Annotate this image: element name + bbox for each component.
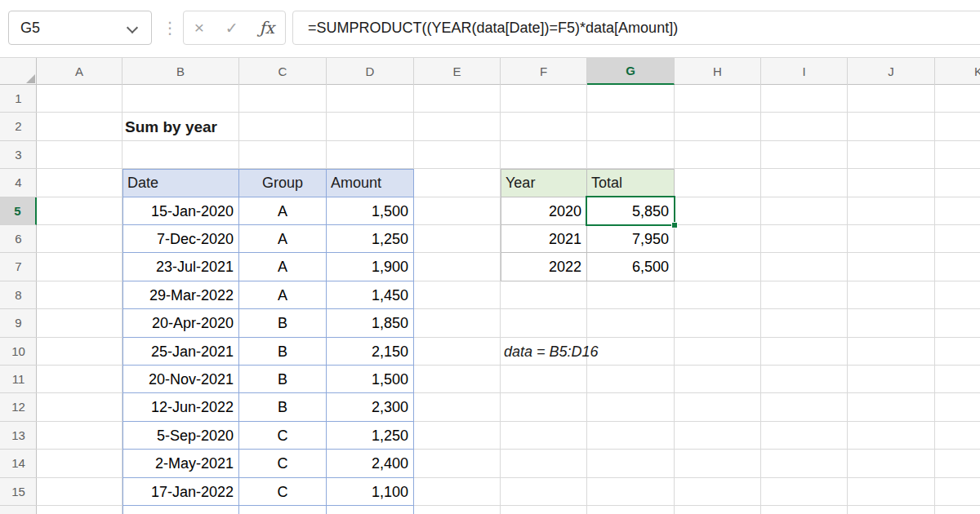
excel-window: G5 ⋮ × ✓ ƒx =SUMPRODUCT((YEAR(data[Date]… [0, 0, 980, 514]
data-cell[interactable]: 2-May-2021 [122, 450, 239, 477]
summary-cell[interactable]: 2022 [501, 253, 587, 281]
column-header-A[interactable]: A [37, 58, 122, 85]
summary-cell[interactable]: 2020 [501, 197, 587, 225]
data-cell[interactable]: 1,100 [327, 478, 414, 506]
row-header-10[interactable]: 10 [0, 338, 37, 366]
formula-text: =SUMPRODUCT((YEAR(data[Date])=F5)*data[A… [308, 20, 678, 37]
summary-cell[interactable]: 7,950 [587, 225, 675, 253]
data-cell[interactable]: A [239, 253, 327, 281]
data-cell[interactable]: B [239, 338, 327, 366]
formula-input[interactable]: =SUMPRODUCT((YEAR(data[Date])=F5)*data[A… [292, 11, 980, 45]
data-cell[interactable]: 1,450 [327, 281, 414, 309]
data-cell[interactable]: 1,250 [327, 225, 414, 253]
column-header-E[interactable]: E [414, 58, 501, 85]
data-cell[interactable]: 2,150 [327, 338, 414, 366]
summary-cell[interactable]: 6,500 [587, 253, 675, 281]
chevron-down-icon[interactable] [127, 22, 138, 33]
summary-table-header: Total [587, 169, 675, 197]
data-cell[interactable]: A [239, 281, 327, 309]
column-header-J[interactable]: J [848, 58, 935, 85]
data-table-header: Date [122, 169, 239, 197]
data-table-header: Amount [327, 169, 414, 197]
data-cell[interactable]: B [239, 393, 327, 421]
enter-icon[interactable]: ✓ [225, 19, 238, 38]
insert-function-icon[interactable]: ƒx [259, 18, 274, 38]
data-cell[interactable]: 2,400 [327, 450, 414, 477]
data-cell[interactable]: 1,900 [327, 253, 414, 281]
row-header-13[interactable]: 13 [0, 422, 37, 450]
data-cell[interactable]: 1,500 [327, 366, 414, 393]
column-header-K[interactable]: K [935, 58, 980, 85]
column-header-G[interactable]: G [587, 58, 675, 85]
data-cell[interactable]: A [239, 197, 327, 225]
fill-handle[interactable] [671, 222, 678, 228]
data-cell[interactable]: 21-Oct-2022 [122, 506, 239, 514]
spreadsheet: Sum by year data = B5:D16 ABCDEFGHIJK123… [0, 57, 980, 514]
summary-cell[interactable]: 5,850 [587, 197, 675, 225]
data-cell[interactable]: 7-Dec-2020 [122, 225, 239, 253]
row-header-15[interactable]: 15 [0, 478, 37, 506]
data-cell[interactable]: 15-Jan-2020 [122, 197, 239, 225]
data-cell[interactable]: 20-Apr-2020 [122, 309, 239, 337]
sheet-title-cell: Sum by year [125, 113, 217, 141]
row-header-9[interactable]: 9 [0, 309, 37, 337]
data-cell[interactable]: A [239, 225, 327, 253]
row-header-16[interactable]: 16 [0, 506, 37, 514]
row-header-6[interactable]: 6 [0, 225, 37, 253]
data-cell[interactable]: 1,850 [327, 309, 414, 337]
named-range-annotation: data = B5:D16 [504, 338, 599, 366]
row-header-7[interactable]: 7 [0, 253, 37, 281]
column-header-I[interactable]: I [761, 58, 848, 85]
row-header-3[interactable]: 3 [0, 141, 37, 169]
data-cell[interactable]: 1,650 [327, 506, 414, 514]
data-cell[interactable]: C [239, 506, 327, 514]
row-header-1[interactable]: 1 [0, 85, 37, 113]
row-header-4[interactable]: 4 [0, 169, 37, 197]
select-all-triangle-icon [26, 74, 35, 83]
column-header-B[interactable]: B [122, 58, 239, 85]
data-table-header: Group [239, 169, 327, 197]
row-header-11[interactable]: 11 [0, 366, 37, 393]
summary-table-header: Year [501, 169, 587, 197]
row-header-12[interactable]: 12 [0, 393, 37, 421]
column-header-H[interactable]: H [675, 58, 761, 85]
column-header-D[interactable]: D [327, 58, 414, 85]
column-header-C[interactable]: C [239, 58, 327, 85]
data-cell[interactable]: C [239, 478, 327, 506]
column-header-F[interactable]: F [501, 58, 587, 85]
data-cell[interactable]: 1,250 [327, 422, 414, 450]
summary-cell[interactable]: 2021 [501, 225, 587, 253]
data-cell[interactable]: 12-Jun-2022 [122, 393, 239, 421]
formula-bar: G5 ⋮ × ✓ ƒx =SUMPRODUCT((YEAR(data[Date]… [0, 0, 980, 57]
cancel-icon[interactable]: × [194, 18, 204, 38]
data-cell[interactable]: 2,300 [327, 393, 414, 421]
data-cell[interactable]: 1,500 [327, 197, 414, 225]
formula-actions: × ✓ ƒx [183, 11, 286, 45]
data-cell[interactable]: 25-Jan-2021 [122, 338, 239, 366]
data-cell[interactable]: 20-Nov-2021 [122, 366, 239, 393]
data-cell[interactable]: 5-Sep-2020 [122, 422, 239, 450]
data-cell[interactable]: C [239, 450, 327, 477]
data-cell[interactable]: B [239, 309, 327, 337]
drag-handle-icon: ⋮ [162, 11, 178, 45]
data-cell[interactable]: 23-Jul-2021 [122, 253, 239, 281]
row-header-5[interactable]: 5 [0, 197, 37, 225]
row-header-8[interactable]: 8 [0, 281, 37, 309]
data-cell[interactable]: B [239, 366, 327, 393]
data-cell[interactable]: C [239, 422, 327, 450]
row-header-14[interactable]: 14 [0, 450, 37, 477]
name-box[interactable]: G5 [8, 11, 152, 45]
row-header-2[interactable]: 2 [0, 113, 37, 140]
data-cell[interactable]: 17-Jan-2022 [122, 478, 239, 506]
data-cell[interactable]: 29-Mar-2022 [122, 281, 239, 309]
cell-reference: G5 [9, 20, 40, 37]
